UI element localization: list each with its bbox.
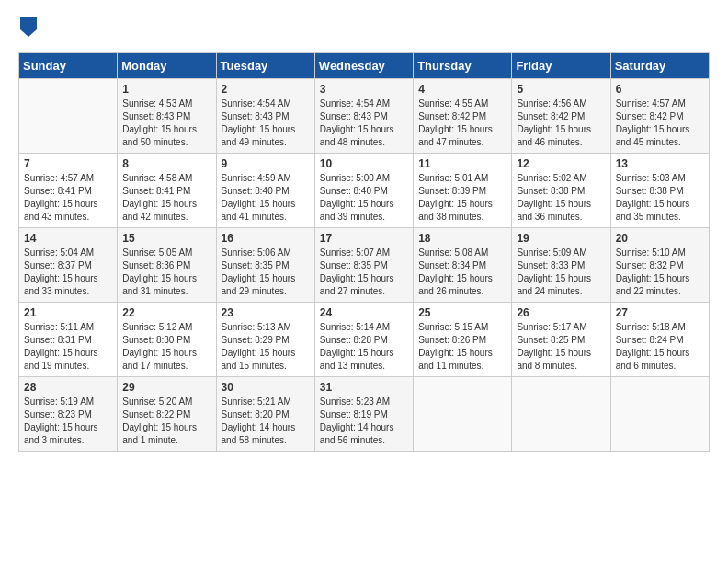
day-number: 19	[517, 232, 605, 245]
day-number: 20	[616, 232, 704, 245]
week-row-4: 21Sunrise: 5:11 AM Sunset: 8:31 PM Dayli…	[19, 303, 710, 377]
day-number: 8	[122, 157, 210, 170]
header-cell-saturday: Saturday	[610, 53, 709, 79]
week-row-5: 28Sunrise: 5:19 AM Sunset: 8:23 PM Dayli…	[19, 377, 710, 452]
day-number: 14	[24, 232, 112, 245]
day-number: 1	[122, 83, 210, 96]
day-number: 5	[517, 83, 605, 96]
page-header	[18, 18, 710, 43]
day-number: 31	[320, 381, 408, 394]
day-number: 28	[24, 381, 112, 394]
day-number: 12	[517, 157, 605, 170]
day-content: Sunrise: 4:57 AM Sunset: 8:42 PM Dayligh…	[616, 98, 704, 149]
day-content: Sunrise: 5:08 AM Sunset: 8:34 PM Dayligh…	[418, 247, 506, 298]
day-content: Sunrise: 5:01 AM Sunset: 8:39 PM Dayligh…	[418, 172, 506, 224]
day-cell: 27Sunrise: 5:18 AM Sunset: 8:24 PM Dayli…	[610, 303, 709, 377]
day-number: 3	[320, 83, 408, 96]
calendar-header: SundayMondayTuesdayWednesdayThursdayFrid…	[19, 53, 710, 79]
day-content: Sunrise: 5:14 AM Sunset: 8:28 PM Dayligh…	[320, 321, 408, 373]
day-content: Sunrise: 5:11 AM Sunset: 8:31 PM Dayligh…	[24, 321, 112, 373]
day-number: 26	[517, 306, 605, 319]
day-content: Sunrise: 5:04 AM Sunset: 8:37 PM Dayligh…	[24, 247, 112, 298]
day-cell: 8Sunrise: 4:58 AM Sunset: 8:41 PM Daylig…	[118, 154, 216, 228]
day-cell: 16Sunrise: 5:06 AM Sunset: 8:35 PM Dayli…	[216, 228, 314, 303]
day-cell	[610, 377, 709, 452]
day-cell: 17Sunrise: 5:07 AM Sunset: 8:35 PM Dayli…	[314, 228, 413, 303]
day-content: Sunrise: 4:54 AM Sunset: 8:43 PM Dayligh…	[222, 98, 310, 149]
header-cell-sunday: Sunday	[19, 53, 118, 79]
day-content: Sunrise: 4:57 AM Sunset: 8:41 PM Dayligh…	[24, 172, 112, 224]
header-cell-thursday: Thursday	[414, 53, 512, 79]
day-number: 10	[320, 157, 408, 170]
day-cell: 18Sunrise: 5:08 AM Sunset: 8:34 PM Dayli…	[414, 228, 512, 303]
day-content: Sunrise: 4:58 AM Sunset: 8:41 PM Dayligh…	[122, 172, 210, 224]
day-number: 13	[616, 157, 704, 170]
day-number: 18	[418, 232, 506, 245]
day-content: Sunrise: 5:18 AM Sunset: 8:24 PM Dayligh…	[616, 321, 704, 373]
logo-icon	[20, 17, 37, 37]
day-number: 25	[418, 306, 506, 319]
week-row-3: 14Sunrise: 5:04 AM Sunset: 8:37 PM Dayli…	[19, 228, 710, 303]
day-content: Sunrise: 5:21 AM Sunset: 8:20 PM Dayligh…	[222, 396, 310, 447]
day-content: Sunrise: 5:00 AM Sunset: 8:40 PM Dayligh…	[320, 172, 408, 224]
header-cell-tuesday: Tuesday	[216, 53, 314, 79]
day-content: Sunrise: 4:59 AM Sunset: 8:40 PM Dayligh…	[222, 172, 310, 224]
day-cell: 14Sunrise: 5:04 AM Sunset: 8:37 PM Dayli…	[19, 228, 118, 303]
day-cell: 13Sunrise: 5:03 AM Sunset: 8:38 PM Dayli…	[610, 154, 709, 228]
day-cell	[19, 79, 118, 154]
day-number: 9	[222, 157, 310, 170]
day-number: 7	[24, 157, 112, 170]
day-content: Sunrise: 5:06 AM Sunset: 8:35 PM Dayligh…	[222, 247, 310, 298]
day-content: Sunrise: 5:13 AM Sunset: 8:29 PM Dayligh…	[222, 321, 310, 373]
day-content: Sunrise: 5:10 AM Sunset: 8:32 PM Dayligh…	[616, 247, 704, 298]
day-number: 30	[222, 381, 310, 394]
day-content: Sunrise: 5:12 AM Sunset: 8:30 PM Dayligh…	[122, 321, 210, 373]
day-content: Sunrise: 5:05 AM Sunset: 8:36 PM Dayligh…	[122, 247, 210, 298]
week-row-2: 7Sunrise: 4:57 AM Sunset: 8:41 PM Daylig…	[19, 154, 710, 228]
day-cell: 28Sunrise: 5:19 AM Sunset: 8:23 PM Dayli…	[19, 377, 118, 452]
day-content: Sunrise: 5:09 AM Sunset: 8:33 PM Dayligh…	[517, 247, 605, 298]
day-cell: 25Sunrise: 5:15 AM Sunset: 8:26 PM Dayli…	[414, 303, 512, 377]
day-cell: 11Sunrise: 5:01 AM Sunset: 8:39 PM Dayli…	[414, 154, 512, 228]
day-cell: 19Sunrise: 5:09 AM Sunset: 8:33 PM Dayli…	[512, 228, 610, 303]
day-content: Sunrise: 5:07 AM Sunset: 8:35 PM Dayligh…	[320, 247, 408, 298]
day-content: Sunrise: 5:17 AM Sunset: 8:25 PM Dayligh…	[517, 321, 605, 373]
day-content: Sunrise: 5:15 AM Sunset: 8:26 PM Dayligh…	[418, 321, 506, 373]
day-content: Sunrise: 4:54 AM Sunset: 8:43 PM Dayligh…	[320, 98, 408, 149]
day-cell: 9Sunrise: 4:59 AM Sunset: 8:40 PM Daylig…	[216, 154, 314, 228]
day-cell: 4Sunrise: 4:55 AM Sunset: 8:42 PM Daylig…	[414, 79, 512, 154]
day-cell: 22Sunrise: 5:12 AM Sunset: 8:30 PM Dayli…	[118, 303, 216, 377]
day-cell: 1Sunrise: 4:53 AM Sunset: 8:43 PM Daylig…	[118, 79, 216, 154]
header-cell-friday: Friday	[512, 53, 610, 79]
day-content: Sunrise: 5:20 AM Sunset: 8:22 PM Dayligh…	[122, 396, 210, 447]
day-number: 17	[320, 232, 408, 245]
day-content: Sunrise: 4:55 AM Sunset: 8:42 PM Dayligh…	[418, 98, 506, 149]
day-number: 23	[222, 306, 310, 319]
calendar-body: 1Sunrise: 4:53 AM Sunset: 8:43 PM Daylig…	[19, 79, 710, 452]
svg-marker-0	[20, 17, 37, 37]
day-content: Sunrise: 5:19 AM Sunset: 8:23 PM Dayligh…	[24, 396, 112, 447]
header-cell-wednesday: Wednesday	[314, 53, 413, 79]
day-cell: 12Sunrise: 5:02 AM Sunset: 8:38 PM Dayli…	[512, 154, 610, 228]
day-number: 16	[222, 232, 310, 245]
day-cell	[414, 377, 512, 452]
day-cell: 5Sunrise: 4:56 AM Sunset: 8:42 PM Daylig…	[512, 79, 610, 154]
day-cell: 21Sunrise: 5:11 AM Sunset: 8:31 PM Dayli…	[19, 303, 118, 377]
day-cell: 20Sunrise: 5:10 AM Sunset: 8:32 PM Dayli…	[610, 228, 709, 303]
day-content: Sunrise: 4:56 AM Sunset: 8:42 PM Dayligh…	[517, 98, 605, 149]
day-cell: 7Sunrise: 4:57 AM Sunset: 8:41 PM Daylig…	[19, 154, 118, 228]
day-number: 29	[122, 381, 210, 394]
day-cell	[512, 377, 610, 452]
week-row-1: 1Sunrise: 4:53 AM Sunset: 8:43 PM Daylig…	[19, 79, 710, 154]
day-content: Sunrise: 5:23 AM Sunset: 8:19 PM Dayligh…	[320, 396, 408, 447]
day-number: 24	[320, 306, 408, 319]
day-cell: 29Sunrise: 5:20 AM Sunset: 8:22 PM Dayli…	[118, 377, 216, 452]
day-number: 15	[122, 232, 210, 245]
logo	[18, 18, 37, 43]
header-row: SundayMondayTuesdayWednesdayThursdayFrid…	[19, 53, 710, 79]
day-cell: 31Sunrise: 5:23 AM Sunset: 8:19 PM Dayli…	[314, 377, 413, 452]
day-content: Sunrise: 4:53 AM Sunset: 8:43 PM Dayligh…	[122, 98, 210, 149]
calendar-table: SundayMondayTuesdayWednesdayThursdayFrid…	[18, 52, 710, 452]
day-number: 22	[122, 306, 210, 319]
day-cell: 6Sunrise: 4:57 AM Sunset: 8:42 PM Daylig…	[610, 79, 709, 154]
